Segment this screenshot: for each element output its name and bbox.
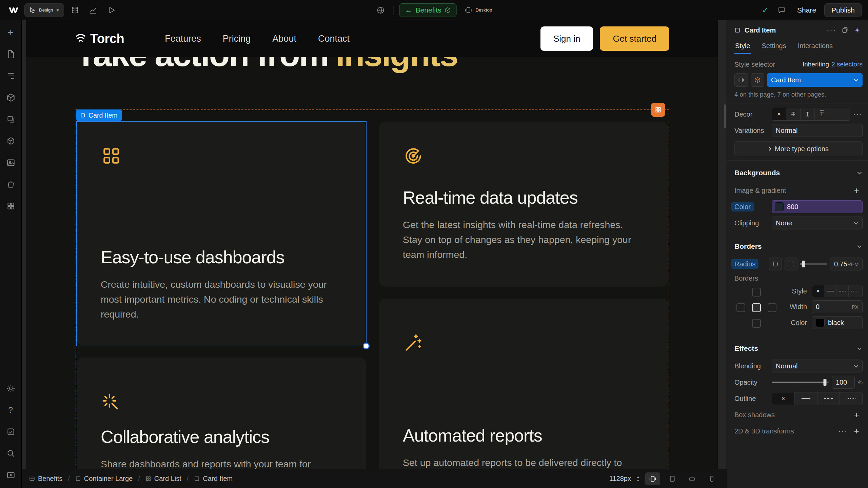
nav-link-contact[interactable]: Contact — [318, 34, 350, 44]
border-style-dashed-icon[interactable] — [836, 285, 849, 297]
audit-icon[interactable] — [3, 424, 18, 439]
comments-icon[interactable] — [774, 3, 789, 17]
breakpoint-mobile-landscape-icon[interactable] — [685, 472, 699, 485]
breakpoint-indicator[interactable]: Desktop — [462, 6, 495, 14]
add-elements-icon[interactable]: + — [3, 25, 18, 40]
breadcrumb-card-item[interactable]: Card Item — [194, 475, 233, 483]
tab-style[interactable]: Style — [734, 40, 751, 54]
card-easy-dashboards[interactable]: Easy-to-use dashboards Create intuitive,… — [77, 122, 366, 346]
assets-icon[interactable] — [3, 155, 18, 170]
cms-collections-icon[interactable] — [3, 134, 18, 148]
cms-icon[interactable] — [67, 3, 82, 17]
site-logo[interactable]: Torch — [75, 32, 124, 46]
inheriting-selectors-link[interactable]: Inheriting 2 selectors — [803, 61, 863, 68]
components-icon[interactable] — [3, 90, 18, 105]
nav-link-about[interactable]: About — [272, 34, 296, 44]
decoration-none-icon[interactable]: × — [772, 108, 786, 120]
ecommerce-icon[interactable] — [3, 177, 18, 192]
section-backgrounds[interactable]: Backgrounds — [727, 163, 868, 182]
border-side-left[interactable] — [736, 303, 745, 312]
signin-button[interactable]: Sign in — [540, 26, 593, 51]
border-side-right[interactable] — [768, 303, 776, 312]
border-color-control[interactable]: black — [812, 316, 863, 329]
apps-icon[interactable] — [3, 199, 18, 214]
transforms-options-icon[interactable]: ··· — [838, 429, 848, 433]
help-icon[interactable]: ? — [3, 403, 18, 418]
component-badge-icon[interactable] — [651, 103, 665, 117]
background-color-label[interactable]: Color — [731, 202, 754, 211]
radius-all-corners-icon[interactable] — [769, 258, 782, 270]
breadcrumb-container-large[interactable]: Container Large — [75, 475, 133, 483]
clipping-select[interactable]: None — [772, 217, 863, 229]
outline-solid-icon[interactable] — [795, 392, 817, 405]
outline-dashed-icon[interactable] — [817, 392, 840, 405]
ai-sparkle-icon[interactable] — [854, 27, 861, 34]
webflow-logo[interactable] — [6, 3, 21, 18]
breadcrumb-card-list[interactable]: Card List — [145, 475, 181, 483]
radius-value-input[interactable]: 0.75 REM — [830, 258, 863, 270]
design-canvas[interactable]: Torch Features Pricing About Contact Sig… — [22, 20, 727, 469]
canvas-scrollbar[interactable] — [724, 104, 726, 128]
card-automated-reports[interactable]: Automated reports Set up automated repor… — [379, 299, 668, 469]
card-collaborative-analytics[interactable]: Collaborative analytics Share dashboards… — [77, 358, 366, 469]
component-context-icon[interactable] — [751, 73, 764, 87]
variations-value[interactable]: Normal — [772, 124, 863, 137]
tab-settings[interactable]: Settings — [761, 40, 787, 54]
breakpoint-context-icon[interactable] — [734, 73, 748, 87]
decoration-underline-icon[interactable]: T — [801, 108, 815, 120]
globe-icon[interactable] — [373, 3, 388, 17]
breadcrumb-benefits[interactable]: Benefits — [29, 475, 62, 483]
pages-icon[interactable] — [3, 47, 18, 62]
publish-button[interactable]: Publish — [824, 3, 862, 17]
share-button[interactable]: Share — [794, 6, 819, 14]
video-tutorials-icon[interactable] — [3, 468, 18, 483]
border-side-all[interactable] — [752, 303, 761, 312]
opacity-value-input[interactable]: 100 — [832, 376, 855, 389]
card-realtime-updates[interactable]: Real-time data updates Get the latest in… — [379, 122, 668, 287]
background-color-value[interactable]: 800 — [772, 200, 863, 213]
add-background-icon[interactable]: + — [850, 184, 863, 197]
border-side-bottom[interactable] — [752, 319, 761, 328]
analytics-icon[interactable] — [86, 3, 101, 17]
navigator-icon[interactable] — [3, 68, 18, 83]
add-box-shadow-icon[interactable]: + — [850, 409, 863, 421]
radius-individual-corners-icon[interactable] — [785, 258, 797, 270]
blending-select[interactable]: Normal — [772, 360, 863, 372]
decoration-strikethrough-icon[interactable]: T — [786, 108, 801, 120]
border-width-input[interactable]: 0 PX — [812, 300, 863, 313]
outline-dotted-icon[interactable] — [840, 392, 862, 405]
breakpoint-mobile-portrait-icon[interactable] — [704, 472, 719, 485]
border-style-dotted-icon[interactable] — [849, 285, 861, 297]
radius-slider[interactable] — [800, 258, 827, 270]
getstarted-button[interactable]: Get started — [600, 26, 669, 51]
radius-label[interactable]: Radius — [731, 259, 758, 269]
add-transform-icon[interactable]: + — [850, 425, 863, 437]
outline-none-icon[interactable]: × — [772, 392, 795, 405]
more-type-options-button[interactable]: More type options — [734, 141, 863, 156]
search-icon[interactable] — [3, 446, 18, 461]
breakpoint-desktop-icon[interactable] — [645, 472, 660, 485]
preview-icon[interactable] — [104, 3, 119, 17]
selection-label-badge[interactable]: Card Item — [76, 109, 122, 121]
section-effects[interactable]: Effects — [727, 339, 868, 358]
tab-interactions[interactable]: Interactions — [797, 40, 833, 54]
nav-link-features[interactable]: Features — [165, 34, 201, 44]
breakpoint-tablet-icon[interactable] — [665, 472, 680, 485]
layers-icon[interactable] — [3, 112, 18, 127]
border-style-solid-icon[interactable] — [824, 285, 836, 297]
nav-link-pricing[interactable]: Pricing — [223, 34, 251, 44]
stack-panels-icon[interactable] — [842, 27, 848, 34]
class-selector-dropdown[interactable]: Card Item — [767, 73, 863, 87]
section-borders[interactable]: Borders — [727, 237, 868, 256]
opacity-slider[interactable] — [772, 376, 829, 389]
settings-icon[interactable] — [3, 381, 18, 396]
panel-options-icon[interactable]: ··· — [827, 28, 836, 32]
page-breadcrumb-button[interactable]: ← Benefits — [399, 3, 457, 17]
canvas-size-stepper-icon[interactable] — [636, 476, 640, 482]
decoration-overline-icon[interactable]: T — [815, 108, 829, 120]
border-style-none-icon[interactable]: × — [812, 285, 824, 297]
decor-more-icon[interactable]: ··· — [853, 113, 863, 116]
border-side-top[interactable] — [752, 288, 761, 297]
design-mode-button[interactable]: Design ▾ — [24, 3, 64, 17]
resize-handle[interactable] — [363, 343, 370, 349]
